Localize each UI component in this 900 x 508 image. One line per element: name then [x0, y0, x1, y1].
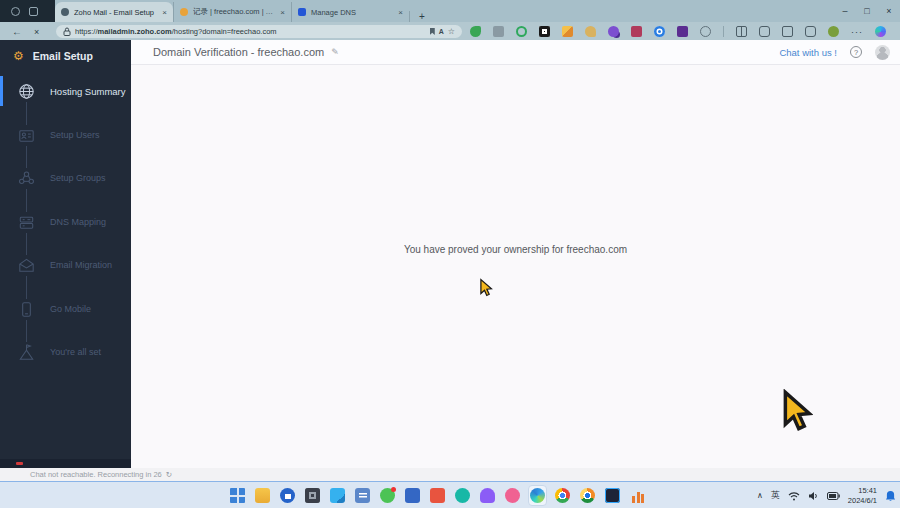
- history-icon[interactable]: [700, 26, 711, 37]
- extension-icon-violet[interactable]: [677, 26, 688, 37]
- ime-language-indicator[interactable]: 英: [771, 489, 780, 502]
- tab-title: Manage DNS: [311, 8, 393, 17]
- browser-titlebar: Zoho Mail - Email Setup × 记录 | freechao.…: [0, 0, 900, 22]
- extension-icon-purple[interactable]: [608, 26, 619, 37]
- url-domain: mailadmin.zoho.com: [98, 27, 172, 36]
- tab-manage-dns[interactable]: Manage DNS ×: [291, 2, 409, 22]
- lock-app-button[interactable]: [278, 485, 297, 506]
- tab-close-icon[interactable]: ×: [162, 8, 167, 17]
- maximize-button[interactable]: □: [856, 0, 878, 22]
- notification-bell-icon[interactable]: [885, 490, 896, 502]
- back-icon[interactable]: ←: [12, 22, 22, 41]
- vscode-button[interactable]: [328, 485, 347, 506]
- address-bar[interactable]: https://mailadmin.zoho.com/hosting?domai…: [56, 25, 462, 38]
- file-explorer-button[interactable]: [253, 485, 272, 506]
- extension-icon-orange[interactable]: [562, 26, 573, 37]
- url-path: /hosting?domain=freechao.com: [172, 27, 277, 36]
- edge-button[interactable]: [528, 485, 547, 506]
- zoho-favicon: [61, 8, 69, 16]
- globe-icon: [16, 81, 37, 102]
- collections-icon[interactable]: [782, 26, 793, 37]
- split-screen-icon[interactable]: [736, 26, 747, 37]
- sidebar-title: Email Setup: [33, 50, 93, 62]
- tab-close-icon[interactable]: ×: [398, 8, 403, 17]
- status-text: Chat not reachable. Reconnecting in 26: [30, 470, 162, 479]
- extension-icon-gray[interactable]: [493, 26, 504, 37]
- sidebar-item-dns-mapping[interactable]: DNS Mapping: [0, 211, 131, 233]
- read-aloud-icon[interactable]: A: [439, 28, 444, 35]
- bookmark-flag-icon[interactable]: [430, 28, 435, 35]
- tab-close-icon[interactable]: ×: [280, 8, 285, 17]
- close-button[interactable]: ×: [878, 0, 900, 22]
- group-icon: [16, 168, 37, 189]
- sidebar-item-go-mobile[interactable]: Go Mobile: [0, 298, 131, 320]
- lock-app-icon: [280, 488, 295, 503]
- start-button[interactable]: [228, 485, 247, 506]
- camera-app-button[interactable]: [303, 485, 322, 506]
- wechat-button[interactable]: [378, 485, 397, 506]
- copilot-icon[interactable]: [875, 26, 886, 37]
- sidebar-item-all-set[interactable]: You're all set: [0, 341, 131, 363]
- tray-clock[interactable]: 15:41 2024/6/1: [848, 486, 877, 506]
- edit-domain-icon[interactable]: ✎: [331, 47, 339, 57]
- sidebar-item-email-migration[interactable]: Email Migration: [0, 254, 131, 276]
- windows-icon: [230, 488, 245, 503]
- extension-icon-blue[interactable]: [654, 26, 665, 37]
- system-tray: ∧ 英 15:41 2024/6/1: [757, 482, 896, 508]
- browser-essentials-icon[interactable]: [805, 26, 816, 37]
- photoshop-button[interactable]: [603, 485, 622, 506]
- sidebar-item-hosting-summary[interactable]: Hosting Summary: [0, 80, 131, 102]
- lock-icon: [63, 27, 71, 36]
- sidebar-item-label: Go Mobile: [50, 304, 91, 314]
- sidebar-item-label: Email Migration: [50, 260, 112, 270]
- minimize-button[interactable]: –: [834, 0, 856, 22]
- volume-icon[interactable]: [808, 491, 819, 501]
- user-card-icon: [16, 125, 37, 146]
- user-avatar[interactable]: [875, 45, 890, 60]
- purple-app-icon: [480, 488, 495, 503]
- workspaces-icon[interactable]: [11, 7, 20, 16]
- url-protocol: https://: [75, 27, 98, 36]
- extension-icon-maroon[interactable]: [631, 26, 642, 37]
- tray-expand-chevron[interactable]: ∧: [757, 491, 763, 500]
- stop-loading-icon[interactable]: ×: [34, 22, 39, 41]
- pink-app-button[interactable]: [503, 485, 522, 506]
- reload-icon[interactable]: ↻: [166, 470, 172, 479]
- titlebar-corner: [0, 0, 55, 22]
- tab-actions-icon[interactable]: [29, 7, 38, 16]
- extension-icon-green-ring[interactable]: [516, 26, 527, 37]
- extension-icon-green[interactable]: [470, 26, 481, 37]
- taskbar-apps: [228, 482, 647, 508]
- favorites-icon[interactable]: [759, 26, 770, 37]
- tab-records[interactable]: 记录 | freechao.com | Yachao42 ×: [173, 2, 291, 22]
- sidebar-item-setup-users[interactable]: Setup Users: [0, 124, 131, 146]
- profile-avatar-icon[interactable]: [828, 26, 839, 37]
- chat-with-us-link[interactable]: Chat with us !: [779, 47, 837, 58]
- help-icon[interactable]: ?: [850, 46, 862, 58]
- red-app-button[interactable]: [428, 485, 447, 506]
- docs-app-button[interactable]: [403, 485, 422, 506]
- new-tab-button[interactable]: +: [409, 11, 434, 22]
- extension-icon-tan[interactable]: [585, 26, 596, 37]
- notification-dot: [16, 462, 23, 465]
- envelope-icon: [16, 255, 37, 276]
- purple-app-button[interactable]: [478, 485, 497, 506]
- teal-app-button[interactable]: [453, 485, 472, 506]
- tab-zoho-mail[interactable]: Zoho Mail - Email Setup ×: [55, 2, 173, 22]
- favorite-star-icon[interactable]: ☆: [448, 27, 455, 36]
- dns-favicon: [298, 8, 306, 16]
- teal-app-icon: [455, 488, 470, 503]
- wifi-icon[interactable]: [788, 491, 800, 501]
- chrome-beta-button[interactable]: [578, 485, 597, 506]
- page-title: Domain Verification - freechao.com: [153, 46, 324, 58]
- sidebar-item-setup-groups[interactable]: Setup Groups: [0, 167, 131, 189]
- sidebar-header: ⚙ Email Setup: [0, 45, 131, 67]
- settings-menu-icon[interactable]: ···: [851, 27, 863, 37]
- extension-icon-black[interactable]: [539, 26, 550, 37]
- chrome-button[interactable]: [553, 485, 572, 506]
- battery-icon[interactable]: [827, 492, 840, 500]
- tray-time: 15:41: [848, 486, 877, 496]
- wechat-icon: [380, 488, 395, 503]
- notes-app-button[interactable]: [353, 485, 372, 506]
- analytics-app-button[interactable]: [628, 485, 647, 506]
